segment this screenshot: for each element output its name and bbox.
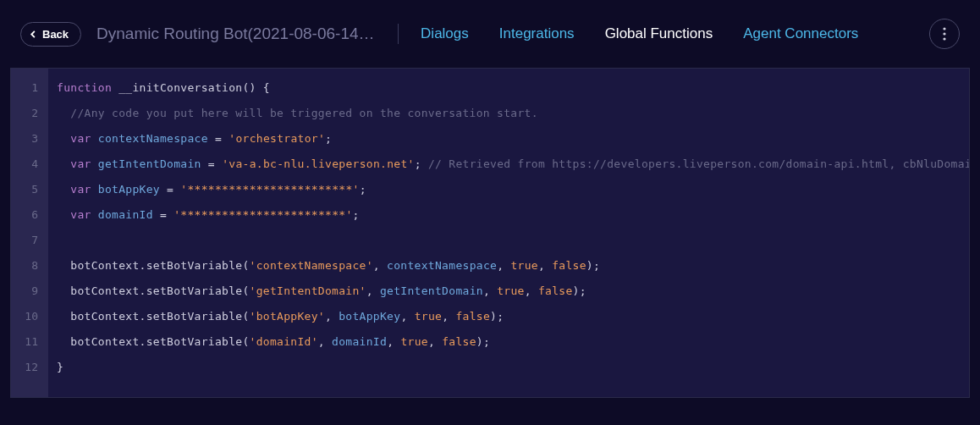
code-line bbox=[57, 228, 961, 253]
line-number: 4 bbox=[11, 152, 48, 177]
line-number: 2 bbox=[11, 101, 48, 126]
code-line: botContext.setBotVariable('getIntentDoma… bbox=[57, 279, 961, 304]
line-number: 9 bbox=[11, 279, 48, 304]
code-line: botContext.setBotVariable('botAppKey', b… bbox=[57, 304, 961, 329]
code-editor[interactable]: 123456789101112 function __initConversat… bbox=[10, 68, 970, 398]
code-line: var domainId = '************************… bbox=[57, 202, 961, 228]
code-line: function __initConversation() { bbox=[57, 75, 961, 101]
tab-bar: Dialogs Integrations Global Functions Ag… bbox=[421, 25, 914, 42]
more-menu-button[interactable] bbox=[929, 19, 960, 49]
line-number: 12 bbox=[11, 355, 48, 380]
code-content[interactable]: function __initConversation() { //Any co… bbox=[48, 69, 969, 397]
tab-agent-connectors[interactable]: Agent Connectors bbox=[743, 25, 858, 42]
code-line: var contextNamespace = 'orchestrator'; bbox=[57, 126, 961, 152]
tab-global-functions[interactable]: Global Functions bbox=[605, 25, 713, 42]
line-gutter: 123456789101112 bbox=[11, 69, 48, 397]
back-label: Back bbox=[42, 28, 69, 41]
divider bbox=[398, 24, 399, 44]
line-number: 1 bbox=[11, 75, 48, 101]
code-line: botContext.setBotVariable('domainId', do… bbox=[57, 329, 961, 355]
more-vertical-icon bbox=[943, 27, 946, 41]
svg-point-1 bbox=[943, 32, 945, 35]
line-number: 7 bbox=[11, 228, 48, 253]
line-number: 5 bbox=[11, 177, 48, 202]
back-button[interactable]: Back bbox=[20, 22, 81, 47]
line-number: 8 bbox=[11, 253, 48, 279]
code-line: } bbox=[57, 355, 961, 380]
code-line: var botAppKey = '***********************… bbox=[57, 177, 961, 202]
line-number: 10 bbox=[11, 304, 48, 329]
chevron-left-icon bbox=[30, 30, 37, 38]
svg-point-0 bbox=[943, 27, 945, 30]
code-line: botContext.setBotVariable('contextNamesp… bbox=[57, 253, 961, 279]
code-line: //Any code you put here will be triggere… bbox=[57, 101, 961, 126]
tab-integrations[interactable]: Integrations bbox=[499, 25, 575, 42]
tab-dialogs[interactable]: Dialogs bbox=[421, 25, 469, 42]
page-title: Dynamic Routing Bot(2021-08-06-14-4… bbox=[96, 25, 376, 43]
code-line: var getIntentDomain = 'va-a.bc-nlu.livep… bbox=[57, 152, 961, 177]
line-number: 3 bbox=[11, 126, 48, 152]
line-number: 11 bbox=[11, 329, 48, 355]
header-bar: Back Dynamic Routing Bot(2021-08-06-14-4… bbox=[0, 0, 980, 68]
line-number: 6 bbox=[11, 202, 48, 228]
svg-point-2 bbox=[943, 37, 945, 40]
